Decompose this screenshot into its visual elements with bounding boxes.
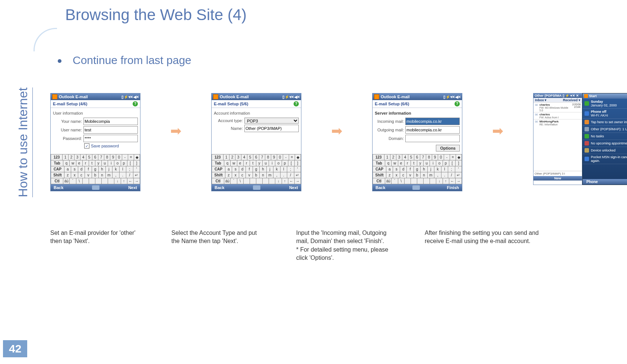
onscreen-keyboard[interactable]: 1231234567890-=◆Tabqwertyuiop[]CAPasdfgh…: [51, 154, 140, 184]
next-button[interactable]: Next: [128, 185, 137, 190]
caption-step5: Select the Account Type and put the Name…: [171, 229, 265, 262]
label-outgoing: Outgoing mail:: [375, 128, 404, 132]
save-password-checkbox[interactable]: ✓: [84, 143, 89, 149]
arrow-icon: ➡: [170, 123, 181, 139]
label-incoming: Incoming mail:: [375, 119, 404, 124]
back-button[interactable]: Back: [376, 185, 385, 190]
owner-icon: [585, 120, 589, 124]
arrow-icon: ➡: [331, 123, 342, 139]
caption-result: After finishing the setting you can send…: [425, 229, 551, 262]
start-icon: [584, 94, 588, 98]
clock-icon: [585, 101, 589, 106]
window-title: Outlook E-mail: [381, 95, 410, 99]
window-titlebar: Outlook E-mail ▯ ⚡ ▾✕ ◀✕: [51, 93, 140, 100]
result-screens: Other (POP3/IMA ▯ ⚡ ▾✕ ✕ Inbox ▾ Receive…: [533, 93, 627, 185]
label-password: Password:: [53, 136, 82, 141]
phone-step-4-6: Outlook E-mail ▯ ⚡ ▾✕ ◀✕ E-mail Setup (4…: [50, 93, 140, 191]
help-icon[interactable]: ?: [133, 101, 138, 106]
tasks-label[interactable]: No tasks: [591, 134, 627, 138]
keyboard-toggle-icon[interactable]: [412, 185, 420, 190]
help-icon[interactable]: ?: [455, 101, 460, 106]
calendar-icon: [585, 141, 589, 146]
window-title: Outlook E-mail: [59, 95, 88, 99]
mail-icon: [585, 127, 589, 131]
app-icon: [213, 94, 218, 99]
finish-button[interactable]: Finish: [447, 185, 459, 190]
label-domain: Domain:: [375, 136, 404, 141]
caption-step6: Input the 'Incoming mail, Outgoing mail,…: [296, 229, 393, 262]
yourname-field[interactable]: [83, 118, 138, 125]
phone-off-label[interactable]: Phone off: [591, 110, 607, 114]
inbox-message[interactable]: ✉MinHongParkRE: Information: [533, 119, 582, 126]
app-icon: [52, 94, 57, 99]
status-icons: ▯ ⚡ ▾✕ ◀✕: [282, 95, 300, 99]
label-yourname: Your name:: [53, 119, 82, 124]
keyboard-toggle-icon[interactable]: [92, 185, 99, 190]
today-screen: Start ▯ ⚡ ▾✕ ◀✕ 🏠 SundayJanuary 02, 2000…: [582, 93, 627, 185]
page-number: 42: [3, 340, 27, 357]
page-title: Browsing the Web Site (4): [65, 6, 247, 24]
inbox-message[interactable]: ✉charlesFW: M3 Windows Mobile 5.02/20/08…: [533, 102, 582, 112]
name-field[interactable]: [244, 125, 299, 132]
save-password-label: Save password: [91, 144, 119, 148]
accounttype-select[interactable]: POP3: [244, 118, 299, 124]
new-button[interactable]: New: [533, 176, 582, 181]
arrow-icon: ➡: [492, 123, 503, 139]
inbox-window-title: Other (POP3/IMA ▯ ⚡ ▾✕ ✕: [533, 93, 582, 98]
incoming-field[interactable]: [405, 118, 460, 125]
appointments-label[interactable]: No upcoming appointments: [591, 141, 627, 145]
decorative-corner: [34, 28, 57, 51]
help-icon[interactable]: ?: [294, 101, 299, 106]
back-button[interactable]: Back: [54, 185, 63, 190]
phone-row: Outlook E-mail ▯ ⚡ ▾✕ ◀✕ E-mail Setup (4…: [50, 93, 627, 191]
password-field[interactable]: [83, 135, 138, 142]
bullet-continue: Continue from last page: [58, 54, 191, 67]
today-date2: January 02, 2000: [591, 103, 617, 107]
mail-unread[interactable]: Other (POP3/IMAP): 1 Unread: [591, 127, 627, 131]
domain-field[interactable]: [405, 135, 460, 142]
app-icon: [374, 94, 379, 99]
phone-step-5-6: Outlook E-mail ▯ ⚡ ▾✕ ◀✕ E-mail Setup (5…: [211, 93, 301, 191]
phone-step-6-6: Outlook E-mail ▯ ⚡ ▾✕ ◀✕ E-mail Setup (6…: [372, 93, 462, 191]
label-username: User name:: [53, 128, 82, 132]
chapter-side-label: How to use Internet: [16, 87, 33, 197]
tasks-icon: [585, 134, 589, 138]
section-heading: Account information: [214, 111, 299, 115]
section-heading: User information: [53, 111, 138, 115]
wifi-icon: [585, 111, 589, 116]
status-icons: ▯ ⚡ ▾✕ ◀✕: [121, 95, 139, 99]
owner-info[interactable]: Tap here to set owner information: [591, 120, 627, 124]
next-button[interactable]: Next: [289, 185, 298, 190]
sort-dropdown[interactable]: Received ▾: [563, 98, 580, 102]
caption-step4: Set an E-mail provider for 'other' then …: [50, 229, 140, 262]
label-accounttype: Account type:: [214, 118, 243, 123]
inbox-message[interactable]: ✉charlesFW: Adios from I: [533, 112, 582, 119]
bullet-text: Continue from last page: [73, 54, 191, 66]
inbox-status: Other (POP3/IMAP) 3 I: [533, 171, 582, 176]
status-icons: ▯ ⚡ ▾✕ ◀✕: [443, 95, 460, 99]
step-title: E-mail Setup (6/6): [375, 102, 409, 106]
section-heading: Server information: [375, 111, 460, 115]
lock-label[interactable]: Device unlocked: [591, 149, 627, 152]
wifi-label: Wi-Fi: AKAI: [591, 114, 608, 117]
onscreen-keyboard[interactable]: 1231234567890-=◆Tabqwertyuiop[]CAPasdfgh…: [212, 154, 301, 184]
keyboard-toggle-icon[interactable]: [253, 185, 260, 190]
phone-softkey[interactable]: Phone: [586, 180, 598, 184]
window-title: Outlook E-mail: [220, 95, 249, 99]
outgoing-field[interactable]: [405, 126, 460, 134]
back-button[interactable]: Back: [215, 185, 224, 190]
step-title: E-mail Setup (5/6): [214, 102, 248, 106]
today-date[interactable]: Sunday: [591, 100, 603, 103]
step-title: E-mail Setup (4/6): [53, 102, 87, 106]
msn-label[interactable]: Pocket MSN sign-in canceled. Tap here to…: [591, 155, 627, 163]
inbox-screen: Other (POP3/IMA ▯ ⚡ ▾✕ ✕ Inbox ▾ Receive…: [533, 93, 582, 185]
msn-icon: [585, 157, 589, 161]
username-field[interactable]: [83, 126, 138, 134]
start-label[interactable]: Start: [589, 94, 597, 98]
folder-dropdown[interactable]: Inbox ▾: [535, 98, 547, 102]
options-button[interactable]: Options: [436, 145, 460, 151]
label-name: Name:: [214, 126, 243, 131]
lock-icon: [585, 148, 589, 153]
onscreen-keyboard[interactable]: 1231234567890-=◆Tabqwertyuiop[]CAPasdfgh…: [373, 154, 462, 184]
